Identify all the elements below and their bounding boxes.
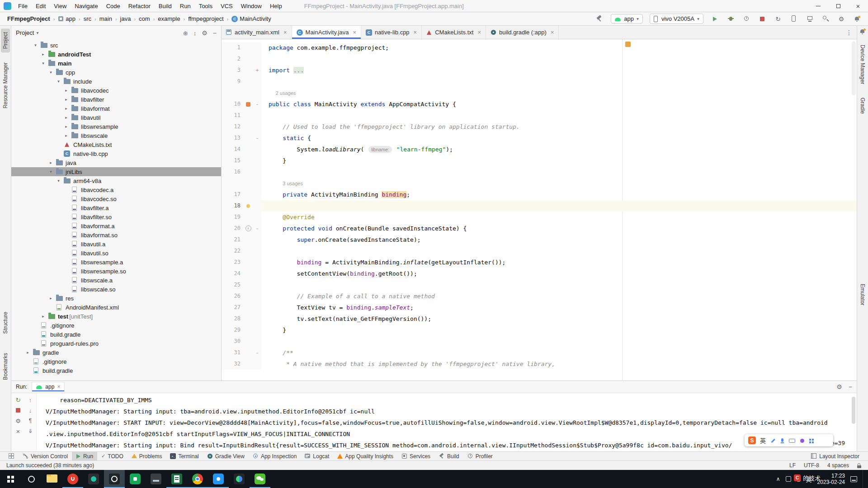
tree-item-java[interactable]: ▸java (11, 158, 221, 167)
editor-tab-native-lib-cpp[interactable]: Cnative-lib.cpp× (361, 26, 422, 39)
project-locate-button[interactable]: ⊕ (183, 29, 188, 36)
fold-marker[interactable]: - (253, 223, 261, 234)
build-button[interactable] (595, 14, 604, 23)
code-line-2[interactable]: 2 (222, 53, 857, 65)
tree-item-libavformat[interactable]: ▸libavformat (11, 104, 221, 113)
tool-window-button-terminal[interactable]: >_Terminal (166, 452, 203, 461)
chevron-down-icon[interactable]: ▾ (39, 61, 47, 66)
line-ending-indicator[interactable]: LF (789, 462, 796, 469)
menu-run[interactable]: Run (176, 1, 195, 11)
stop-button[interactable] (13, 406, 23, 415)
close-icon[interactable]: × (283, 29, 287, 36)
run-console[interactable]: reason=DEACTIVATED_BY_IMMSV/InputMethodM… (37, 393, 857, 451)
code-line-17[interactable]: 17 private ActivityMainBinding binding; (222, 189, 857, 200)
chevron-right-icon[interactable]: ▸ (24, 350, 32, 355)
tool-window-button-todo[interactable]: ✓TODO (97, 452, 127, 461)
chevron-down-icon[interactable]: ▾ (55, 79, 62, 84)
project-hide-button[interactable]: − (213, 29, 217, 36)
device-manager-button[interactable] (789, 14, 798, 23)
tool-stripe-structure[interactable]: Structure (1, 308, 10, 338)
editor-tab-build-gradle-app-[interactable]: build.gradle (:app)× (486, 26, 559, 39)
indent-indicator[interactable]: 4 spaces (827, 462, 849, 469)
tab-options-button[interactable]: ⋮ (841, 26, 857, 39)
editor-tab-activity-main-xml[interactable]: activity_main.xml× (222, 26, 292, 39)
menu-file[interactable]: File (14, 1, 32, 11)
tool-stripe-bookmarks[interactable]: Bookmarks (1, 349, 10, 384)
sdk-manager-button[interactable] (805, 14, 814, 23)
code-line-28[interactable]: 28 tv.setText(native_GetFFmpegVersion())… (222, 313, 857, 324)
minimize-button[interactable] (808, 0, 828, 12)
menu-tools[interactable]: Tools (195, 1, 217, 11)
chevron-right-icon[interactable]: ▸ (62, 115, 70, 120)
menu-refactor[interactable]: Refactor (124, 1, 155, 11)
code-line-9[interactable]: 9 (222, 76, 857, 87)
tool-stripe-gradle[interactable]: Gradle (858, 94, 867, 117)
tree-item-native-lib-cpp[interactable]: Cnative-lib.cpp (11, 149, 221, 158)
project-settings-button[interactable]: ⚙ (202, 29, 208, 36)
tree-item-test[interactable]: ▸test [unitTest] (11, 312, 221, 321)
fold-marker[interactable]: - (253, 347, 261, 358)
search-everywhere-button[interactable] (821, 14, 830, 23)
tree-item-cpp[interactable]: ▾cpp (11, 68, 221, 77)
ime-language-toggle[interactable]: 英 (760, 436, 766, 445)
breadcrumb-src[interactable]: src (83, 14, 92, 23)
tool-window-switcher[interactable] (5, 452, 19, 461)
clear-button[interactable]: × (13, 427, 23, 436)
inspections-indicator[interactable] (625, 42, 631, 47)
taskbar-media-app-button[interactable] (83, 470, 104, 488)
fold-marker[interactable]: + (253, 65, 261, 76)
code-line-19[interactable]: 19 @Override (222, 211, 857, 223)
tree-item-androidtest[interactable]: ▸androidTest (11, 50, 221, 59)
tree-item-androidmanifest-xml[interactable]: AndroidManifest.xml (11, 303, 221, 312)
menu-view[interactable]: View (50, 1, 71, 11)
fold-marker[interactable]: - (253, 99, 261, 110)
tool-stripe-emulator[interactable]: Emulator (858, 280, 867, 309)
next-occurrence-button[interactable]: ↓ (25, 406, 35, 415)
tree-item-main[interactable]: ▾main (11, 59, 221, 68)
run-tab-app[interactable]: app × (32, 382, 65, 392)
tool-window-button-app-inspection[interactable]: App Inspection (249, 452, 301, 461)
tool-stripe-project[interactable]: Project (1, 28, 10, 52)
taskbar-android-studio-button[interactable] (104, 470, 125, 488)
tool-window-button-run[interactable]: Run (72, 452, 97, 461)
chevron-right-icon[interactable]: ▸ (47, 160, 55, 165)
tree-item-res[interactable]: ▸res (11, 294, 221, 303)
tree-item-libavcodec-a[interactable]: libavcodec.a (11, 185, 221, 194)
code-line-1[interactable]: 1package com.example.ffmpegproject; (222, 42, 857, 53)
tree-item-libavfilter-so[interactable]: libavfilter.so (11, 212, 221, 221)
tree-item-libavfilter[interactable]: ▸libavfilter (11, 95, 221, 104)
taskbar-wechat-button[interactable] (250, 470, 270, 488)
chevron-right-icon[interactable]: ▸ (62, 133, 70, 138)
code-annotation[interactable]: 2 usages (222, 87, 857, 99)
tree-item-libavutil-so[interactable]: libavutil.so (11, 249, 221, 258)
taskbar-chrome-button[interactable] (187, 470, 208, 488)
taskbar-android-studio-icon-button[interactable] (229, 470, 250, 488)
chevron-down-icon[interactable]: ▾ (47, 70, 55, 75)
close-icon[interactable]: × (353, 29, 356, 36)
chevron-right-icon[interactable]: ▸ (39, 314, 47, 319)
chevron-down-icon[interactable]: ▾ (47, 169, 55, 174)
search-button[interactable] (21, 470, 42, 488)
menu-build[interactable]: Build (155, 1, 176, 11)
code-line-16[interactable]: 16 (222, 166, 857, 178)
breadcrumb-mainactivity[interactable]: CMainActivity (231, 14, 272, 23)
tree-item-libavutil[interactable]: ▸libavutil (11, 113, 221, 122)
tree-item-build-gradle[interactable]: build.gradle (11, 330, 221, 339)
code-line-11[interactable]: 11 (222, 110, 857, 121)
code-line-25[interactable]: 25 (222, 279, 857, 291)
chevron-right-icon[interactable]: ▸ (62, 97, 70, 102)
tree-item-arm64-v8a[interactable]: ▾arm64-v8a (11, 176, 221, 185)
tree-item-libavcodec[interactable]: ▸libavcodec (11, 86, 221, 95)
tree-item-libavcodec-so[interactable]: libavcodec.so (11, 194, 221, 203)
tool-window-button-logcat[interactable]: Logcat (301, 452, 333, 461)
code-line-15[interactable]: 15 } (222, 155, 857, 166)
tool-stripe-device-manager[interactable]: Device Manager (858, 41, 867, 88)
fold-marker[interactable]: - (253, 132, 261, 144)
prev-occurrence-button[interactable]: ↑ (25, 395, 35, 404)
tree-item-libswscale-so[interactable]: libswscale.so (11, 285, 221, 294)
tree-item-build-gradle[interactable]: build.gradle (11, 366, 221, 375)
chevron-right-icon[interactable]: ▸ (39, 52, 47, 56)
tree-item-libswresample-so[interactable]: libswresample.so (11, 267, 221, 276)
taskbar-excel-button[interactable] (166, 470, 187, 488)
code-line-18[interactable]: 18 (222, 200, 857, 211)
